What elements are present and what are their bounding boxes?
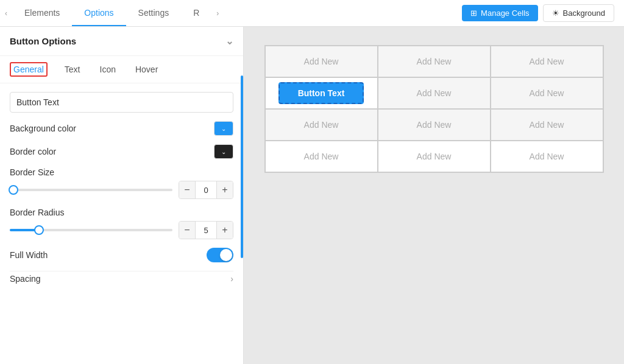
- border-size-decrement-button[interactable]: −: [179, 181, 195, 198]
- grid-cell-3-1[interactable]: Add New: [378, 141, 491, 172]
- border-size-increment-button[interactable]: +: [217, 181, 233, 198]
- border-radius-increment-button[interactable]: +: [217, 222, 233, 239]
- border-color-label: Border color: [10, 147, 56, 156]
- tab-prev-arrow[interactable]: ‹: [0, 9, 12, 18]
- grid-row-2: Add New Add New Add New: [265, 109, 603, 141]
- main-layout: Button Options ⌄ General Text Icon Hover: [0, 27, 624, 364]
- border-radius-section: Border Radius − 5 +: [10, 208, 233, 239]
- border-radius-label: Border Radius: [10, 208, 233, 217]
- tab-r[interactable]: R: [181, 0, 211, 26]
- sub-tab-icon[interactable]: Icon: [98, 63, 118, 75]
- grid-cell-1-2[interactable]: Add New: [491, 77, 603, 109]
- panel-content: Background color ⌄ Border color ⌄ Border…: [0, 83, 243, 292]
- top-bar: ‹ Elements Options Settings R › ⊞ Manage…: [0, 0, 624, 27]
- manage-cells-icon: ⊞: [470, 9, 477, 18]
- button-options-header: Button Options ⌄: [0, 27, 243, 56]
- grid-cell-2-1[interactable]: Add New: [378, 109, 491, 141]
- grid-row-1: Button Text Add New Add New: [265, 77, 603, 109]
- border-size-label: Border Size: [10, 167, 233, 177]
- background-icon: ☀: [552, 9, 559, 18]
- top-bar-actions: ⊞ Manage Cells ☀ Background: [462, 4, 624, 22]
- border-size-slider-row: − 0 +: [10, 181, 233, 199]
- tab-navigation: Elements Options Settings R: [12, 0, 211, 26]
- background-color-label: Background color: [10, 124, 76, 133]
- swatch-chevron-icon: ⌄: [221, 125, 226, 132]
- border-size-value: 0: [195, 181, 217, 198]
- spacing-row[interactable]: Spacing ›: [10, 271, 233, 284]
- button-preview[interactable]: Button Text: [278, 82, 364, 104]
- scrollbar[interactable]: [241, 75, 243, 258]
- toggle-knob: [220, 249, 232, 261]
- tab-elements[interactable]: Elements: [12, 0, 72, 26]
- border-radius-value: 5: [195, 222, 217, 239]
- full-width-label: Full Width: [10, 250, 48, 260]
- manage-cells-button[interactable]: ⊞ Manage Cells: [462, 5, 538, 21]
- sub-tab-text[interactable]: Text: [62, 63, 83, 75]
- background-color-swatch[interactable]: ⌄: [214, 121, 233, 136]
- grid-cell-0-0[interactable]: Add New: [265, 46, 378, 77]
- border-radius-slider-thumb[interactable]: [34, 225, 44, 235]
- grid-cell-3-0[interactable]: Add New: [265, 141, 378, 172]
- tab-settings[interactable]: Settings: [126, 0, 182, 26]
- right-panel: Add New Add New Add New Button Text Add …: [244, 27, 624, 364]
- grid-row-0: Add New Add New Add New: [265, 46, 603, 77]
- border-color-swatch[interactable]: ⌄: [214, 144, 233, 159]
- tab-next-arrow[interactable]: ›: [211, 9, 224, 18]
- grid-cell-1-0[interactable]: Button Text: [265, 77, 378, 109]
- border-radius-slider-row: − 5 +: [10, 221, 233, 239]
- background-color-row: Background color ⌄: [10, 121, 233, 136]
- grid-cell-0-2[interactable]: Add New: [491, 46, 603, 77]
- grid-cell-1-1[interactable]: Add New: [378, 77, 491, 109]
- border-size-number-control: − 0 +: [179, 181, 233, 199]
- border-radius-number-control: − 5 +: [179, 221, 233, 239]
- full-width-toggle[interactable]: [207, 248, 233, 262]
- grid-cell-3-2[interactable]: Add New: [491, 141, 603, 172]
- border-color-row: Border color ⌄: [10, 144, 233, 159]
- border-size-slider-track[interactable]: [10, 189, 172, 191]
- spacing-label: Spacing: [10, 274, 41, 284]
- button-text-input[interactable]: [10, 92, 233, 113]
- border-size-slider-thumb[interactable]: [9, 185, 18, 195]
- grid-container: Add New Add New Add New Button Text Add …: [264, 45, 604, 173]
- background-button[interactable]: ☀ Background: [543, 4, 614, 22]
- full-width-row: Full Width: [10, 248, 233, 262]
- grid-cell-0-1[interactable]: Add New: [378, 46, 491, 77]
- spacing-chevron-icon: ›: [230, 274, 233, 284]
- border-size-section: Border Size − 0 +: [10, 167, 233, 199]
- sub-tab-bar: General Text Icon Hover: [0, 56, 243, 83]
- sub-tab-hover[interactable]: Hover: [133, 63, 160, 75]
- tab-options[interactable]: Options: [72, 0, 126, 26]
- border-radius-slider-track[interactable]: [10, 229, 172, 231]
- grid-cell-2-2[interactable]: Add New: [491, 109, 603, 141]
- border-radius-decrement-button[interactable]: −: [179, 222, 195, 239]
- border-swatch-chevron-icon: ⌄: [221, 149, 226, 155]
- grid-row-3: Add New Add New Add New: [265, 141, 603, 172]
- left-panel: Button Options ⌄ General Text Icon Hover: [0, 27, 244, 364]
- sub-tab-general[interactable]: General: [10, 62, 48, 77]
- section-collapse-icon[interactable]: ⌄: [225, 35, 233, 47]
- grid-cell-2-0[interactable]: Add New: [265, 109, 378, 141]
